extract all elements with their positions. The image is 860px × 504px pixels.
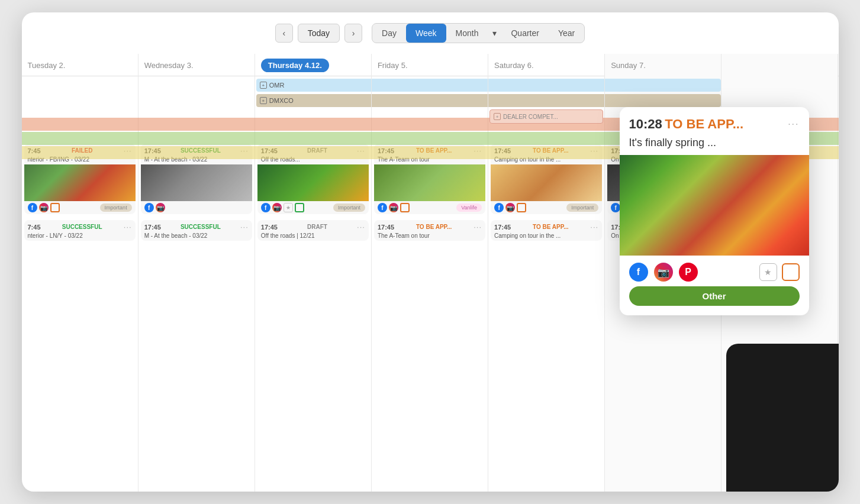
popup-star-button[interactable]: ★ — [759, 263, 777, 281]
post-img-0-0 — [24, 164, 136, 201]
event-omr-fri — [372, 79, 488, 92]
tag-2-0: Important — [333, 203, 365, 212]
event-dmxco-fri — [372, 94, 488, 107]
popup-header: 10:28 TO BE APP... ··· — [620, 107, 809, 137]
post-col-2: 17:45 DRAFT ··· Off the roads... f 📷 ★ — [255, 141, 372, 492]
event-dmxco-sun — [605, 94, 721, 107]
social-icons-3-0: f 📷 — [378, 203, 410, 212]
sq-green-icon-2-0 — [295, 203, 304, 212]
event-omr[interactable]: + OMR — [256, 79, 371, 92]
popup-social-left: f 📷 P — [629, 263, 698, 282]
social-icons-0-0: f 📷 — [28, 203, 60, 212]
tab-year[interactable]: Year — [549, 24, 584, 43]
tablet-frame — [726, 344, 839, 492]
tag-0-0: Important — [100, 203, 132, 212]
view-tabs: Day Week Month ▾ Quarter Year — [372, 23, 585, 43]
post-col-1: 17:45 SUCCESSFUL ··· M - At the beach - … — [138, 141, 255, 492]
instagram-icon-1-0[interactable]: 📷 — [156, 203, 165, 212]
facebook-icon-2-0[interactable]: f — [261, 203, 270, 212]
event-omr-sun — [605, 79, 721, 92]
post-status2-0: SUCCESSFUL — [62, 224, 102, 230]
post-card-0-1[interactable]: 7:45 SUCCESSFUL ··· nterior - LN/Y - 03/… — [24, 220, 136, 241]
social-icons-2-0: f 📷 ★ — [261, 203, 304, 212]
post-col-3: 17:45 TO BE APP... ··· The A-Team on tou… — [372, 141, 488, 492]
event-icon-omr: + — [260, 82, 267, 89]
tab-month-dropdown[interactable]: ▾ — [488, 25, 501, 41]
post-menu2-0[interactable]: ··· — [124, 222, 132, 231]
post-card-4-1[interactable]: 17:45 TO BE APP... ··· Camping on tour i… — [491, 220, 602, 241]
calendar-header: ‹ Today › Day Week Month ▾ Quarter Year — [22, 23, 839, 43]
post-footer-2-0: f 📷 ★ Important — [257, 201, 369, 214]
post-img-1-0 — [141, 164, 252, 201]
day-header-3: Friday 5. — [372, 54, 488, 77]
facebook-icon-1-0[interactable]: f — [144, 203, 154, 212]
tag-3-0: Vanlife — [456, 203, 482, 212]
popup-menu[interactable]: ··· — [788, 119, 799, 130]
day-header-6 — [722, 54, 838, 77]
day-header-5: Sunday 7. — [605, 54, 722, 77]
popup-facebook-icon[interactable]: f — [629, 263, 648, 282]
post-status2-4: TO BE APP... — [533, 224, 568, 230]
day-header-4: Saturday 6. — [488, 54, 605, 77]
social-icons-1-0: f 📷 — [144, 203, 165, 212]
tab-quarter[interactable]: Quarter — [501, 24, 548, 43]
event-icon-dealer: + — [494, 113, 501, 120]
popup-instagram-icon[interactable]: 📷 — [654, 263, 673, 282]
tab-week[interactable]: Week — [406, 24, 446, 43]
post-card-1-1[interactable]: 17:45 SUCCESSFUL ··· M - At the beach - … — [141, 220, 252, 241]
instagram-icon-2-0[interactable]: 📷 — [272, 203, 282, 212]
post-img-4-0 — [491, 164, 602, 201]
instagram-icon-0-0[interactable]: 📷 — [39, 203, 49, 212]
instagram-icon-4-0[interactable]: 📷 — [505, 203, 515, 212]
popup-time: 10:28 — [629, 117, 662, 131]
day-header-0: Tuesday 2. — [22, 54, 138, 77]
post-card-2-1[interactable]: 17:45 DRAFT ··· Off the roads | 12/21 — [257, 220, 369, 241]
post-img-2-0 — [257, 164, 369, 201]
facebook-icon-4-0[interactable]: f — [494, 203, 504, 212]
next-button[interactable]: › — [344, 24, 362, 43]
popup-overlay: 10:28 TO BE APP... ··· It's finally spri… — [620, 107, 809, 315]
day-headers: Tuesday 2. Wednesday 3. Thursday 4.12. F… — [22, 54, 839, 76]
event-dmxco[interactable]: + DMXCO — [256, 94, 371, 107]
today-button[interactable]: Today — [298, 24, 340, 43]
popup-status: TO BE APP... — [665, 117, 743, 131]
event-dmxco-sat — [488, 94, 604, 107]
post-status2-3: TO BE APP... — [416, 224, 452, 230]
social-icons-4-0: f 📷 — [494, 203, 526, 212]
popup-social-right: ★ — [759, 263, 800, 281]
post-card-3-1[interactable]: 17:45 TO BE APP... ··· The A-Team on tou… — [374, 220, 485, 241]
app-container: ‹ Today › Day Week Month ▾ Quarter Year … — [22, 12, 839, 492]
day-header-2: Thursday 4.12. — [255, 54, 372, 77]
event-omr-sat — [488, 79, 604, 92]
post-col-4: 17:45 TO BE APP... ··· Camping on tour i… — [488, 141, 605, 492]
today-pill: Thursday 4.12. — [261, 59, 329, 72]
instagram-icon-3-0[interactable]: 📷 — [389, 203, 398, 212]
tab-month[interactable]: Month — [446, 24, 488, 43]
post-footer-1-0: f 📷 — [141, 201, 252, 214]
event-dealer[interactable]: + DEALER COMPET... — [489, 109, 603, 124]
tag-4-0: Important — [566, 203, 598, 212]
popup-pinterest-icon[interactable]: P — [679, 263, 698, 282]
post-footer-0-0: f 📷 Important — [24, 201, 136, 214]
event-icon-dmxco: + — [260, 97, 267, 104]
post-col-0: 7:45 FAILED ··· nterior - FB/ING - 03/22… — [22, 141, 138, 492]
post-menu2-2[interactable]: ··· — [357, 222, 365, 231]
post-menu2-4[interactable]: ··· — [590, 222, 598, 231]
post-status2-1: SUCCESSFUL — [181, 224, 221, 230]
facebook-icon-0-0[interactable]: f — [28, 203, 37, 212]
post-menu2-3[interactable]: ··· — [474, 222, 482, 231]
popup-sq-button[interactable] — [782, 263, 800, 281]
post-menu2-1[interactable]: ··· — [240, 222, 249, 231]
popup-image — [620, 155, 809, 256]
sq-icon-4-0 — [517, 203, 526, 212]
sq-icon-3-0 — [400, 203, 410, 212]
tab-day[interactable]: Day — [372, 24, 406, 43]
facebook-icon-3-0[interactable]: f — [378, 203, 387, 212]
prev-button[interactable]: ‹ — [275, 24, 293, 43]
post-footer-4-0: f 📷 Important — [491, 201, 602, 214]
popup-desc: It's finally spring ... — [620, 137, 809, 155]
post-footer-3-0: f 📷 Vanlife — [374, 201, 485, 214]
day-header-1: Wednesday 3. — [138, 54, 255, 77]
popup-other-button[interactable]: Other — [629, 286, 800, 306]
popup-social-row: f 📷 P ★ — [620, 256, 809, 286]
